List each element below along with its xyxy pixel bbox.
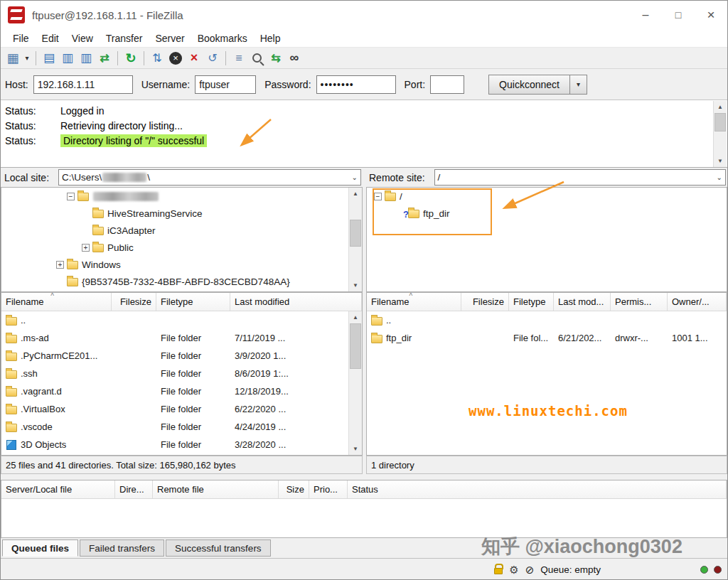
scrollbar-thumb[interactable]	[714, 113, 726, 131]
host-input[interactable]: 192.168.1.11	[33, 75, 133, 94]
column-permissions[interactable]: Permis...	[611, 293, 668, 311]
column-filetype[interactable]: Filetype	[156, 293, 230, 311]
compare-directories-icon[interactable]: ⇆	[267, 50, 284, 67]
column-remote-file[interactable]: Remote file	[153, 480, 279, 498]
scroll-up-icon[interactable]	[349, 311, 362, 323]
tree-item-hivestreamingservice[interactable]: HiveStreamingService	[1, 205, 362, 222]
local-site-combo[interactable]: C:\Users\\	[58, 169, 361, 186]
maximize-button[interactable]	[662, 1, 695, 29]
reconnect-icon[interactable]: ↺	[204, 50, 221, 67]
file-row[interactable]: .PyCharmCE201... File folder 3/9/2020 1.…	[1, 347, 362, 365]
menu-transfer[interactable]: Transfer	[100, 31, 149, 46]
port-input[interactable]	[430, 75, 464, 94]
disconnect-icon[interactable]: ×	[186, 50, 203, 67]
search-icon[interactable]	[249, 50, 266, 67]
toggle-remote-tree-icon[interactable]: ▥	[77, 50, 95, 67]
column-owner[interactable]: Owner/...	[668, 293, 727, 311]
toolbar-separator	[225, 51, 226, 65]
menu-server[interactable]: Server	[149, 31, 191, 46]
column-filesize[interactable]: Filesize	[112, 293, 156, 311]
column-status[interactable]: Status	[348, 480, 727, 498]
site-manager-icon[interactable]: ▦	[4, 50, 21, 67]
expand-icon[interactable]	[56, 261, 64, 269]
scroll-up-icon[interactable]	[714, 101, 727, 113]
collapse-icon[interactable]	[374, 193, 382, 200]
cancel-operation-icon[interactable]: ×	[167, 50, 184, 67]
file-row-3d-objects[interactable]: 3D Objects File folder 3/28/2020 ...	[1, 436, 362, 453]
lock-icon[interactable]	[494, 568, 503, 574]
process-queue-icon[interactable]: ⇅	[149, 50, 166, 67]
tree-item-ftp-dir[interactable]: ? ftp_dir	[367, 205, 727, 222]
refresh-icon[interactable]: ↻	[122, 50, 139, 67]
tree-item-public[interactable]: Public	[1, 239, 362, 256]
scrollbar-track[interactable]	[714, 113, 727, 155]
column-size[interactable]: Size	[279, 480, 309, 498]
column-filename[interactable]: Filename	[1, 293, 112, 311]
tree-item-windows[interactable]: Windows	[1, 256, 362, 273]
file-row-ftp-dir[interactable]: ftp_dir File fol... 6/21/202... drwxr-..…	[367, 329, 727, 347]
tree-item-blurred-user[interactable]	[1, 188, 362, 205]
scroll-down-icon[interactable]	[349, 279, 362, 291]
file-row-parent[interactable]: ..	[1, 311, 362, 329]
tab-failed-transfers[interactable]: Failed transfers	[80, 539, 164, 557]
red-indicator-icon	[714, 566, 722, 574]
scrollbar-thumb[interactable]	[350, 220, 361, 247]
toggle-local-tree-icon[interactable]: ▥	[59, 50, 76, 67]
log-scrollbar[interactable]	[713, 101, 727, 167]
column-priority[interactable]: Prio...	[309, 480, 348, 498]
local-tree-panel: HiveStreamingService iC3Adapter Public W…	[1, 187, 363, 292]
tree-item-guid-folder[interactable]: {9B53745B-7332-4BBF-ABFD-83CECBD748AA}	[1, 273, 362, 290]
toggle-queue-view-icon[interactable]: ⇄	[96, 50, 113, 67]
tree-item-ic3adapter[interactable]: iC3Adapter	[1, 222, 362, 239]
combo-dropdown-icon[interactable]	[352, 173, 358, 181]
remote-site-combo[interactable]: /	[434, 169, 726, 186]
column-filesize[interactable]: Filesize	[461, 293, 509, 311]
local-tree-scrollbar[interactable]	[348, 188, 362, 291]
quickconnect-button[interactable]: Quickconnect	[488, 75, 570, 95]
file-row[interactable]: .ms-ad File folder 7/11/2019 ...	[1, 329, 362, 347]
gear-icon[interactable]	[509, 564, 518, 576]
menu-view[interactable]: View	[65, 31, 100, 46]
scrollbar-track[interactable]	[349, 200, 362, 279]
column-filename[interactable]: Filename	[367, 293, 461, 311]
username-input[interactable]: ftpuser	[195, 75, 256, 94]
column-last-modified[interactable]: Last modified	[230, 293, 362, 311]
directory-filter-icon[interactable]: ≡	[230, 50, 247, 67]
local-files-scrollbar[interactable]	[348, 311, 362, 455]
file-row[interactable]: .ssh File folder 8/6/2019 1:...	[1, 365, 362, 382]
file-row-parent[interactable]: ..	[367, 311, 727, 329]
scroll-down-icon[interactable]	[714, 155, 727, 167]
scroll-down-icon[interactable]	[349, 443, 362, 455]
scroll-up-icon[interactable]	[349, 188, 362, 200]
collapse-icon[interactable]	[67, 193, 75, 200]
menu-file[interactable]: File	[6, 31, 36, 46]
remote-tree-panel: / ? ftp_dir	[366, 187, 727, 292]
column-server-local-file[interactable]: Server/Local file	[1, 480, 115, 498]
password-input[interactable]: ••••••••	[316, 75, 396, 94]
menu-bookmarks[interactable]: Bookmarks	[191, 31, 254, 46]
file-row[interactable]: .vagrant.d File folder 12/18/2019...	[1, 382, 362, 400]
menu-edit[interactable]: Edit	[36, 31, 65, 46]
blocked-icon[interactable]	[525, 564, 535, 576]
toggle-log-view-icon[interactable]: ▤	[41, 50, 58, 67]
column-last-modified[interactable]: Last mod...	[554, 293, 611, 311]
password-label: Password:	[264, 79, 311, 90]
column-direction[interactable]: Dire...	[115, 480, 153, 498]
combo-dropdown-icon[interactable]	[717, 173, 722, 181]
file-row[interactable]: .VirtualBox File folder 6/22/2020 ...	[1, 400, 362, 418]
column-filetype[interactable]: Filetype	[509, 293, 554, 311]
quickconnect-dropdown-button[interactable]	[570, 75, 587, 95]
expand-icon[interactable]	[82, 244, 90, 252]
tree-item-root[interactable]: /	[367, 188, 727, 205]
site-manager-dropdown-icon[interactable]: ▾	[23, 50, 31, 67]
file-row[interactable]: .vscode File folder 4/24/2019 ...	[1, 418, 362, 436]
minimize-button[interactable]	[629, 1, 662, 29]
tab-queued-files[interactable]: Queued files	[2, 539, 78, 557]
folder-icon	[6, 424, 17, 432]
synchronized-browsing-icon[interactable]: ∞	[286, 50, 303, 67]
scrollbar-track[interactable]	[349, 323, 362, 443]
scrollbar-thumb[interactable]	[350, 323, 361, 369]
close-button[interactable]	[695, 1, 727, 29]
tab-successful-transfers[interactable]: Successful transfers	[166, 539, 271, 557]
menu-help[interactable]: Help	[254, 31, 287, 46]
